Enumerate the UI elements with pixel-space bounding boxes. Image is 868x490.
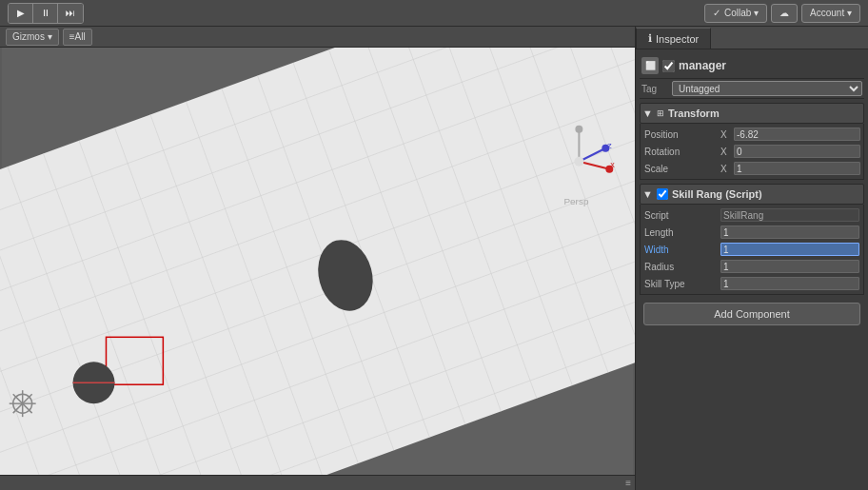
rotation-label: Rotation	[644, 147, 720, 157]
inspector-tab-icon: ℹ	[648, 32, 652, 45]
radius-row: Radius	[641, 258, 863, 275]
script-value-text: SkillRang	[723, 210, 763, 221]
pause-button[interactable]: ⏸	[33, 4, 58, 23]
gizmos-button[interactable]: Gizmos ▾	[6, 29, 59, 46]
all-button[interactable]: ≡All	[63, 29, 92, 46]
scene-bottom-icon: ≡	[625, 478, 631, 488]
skillrang-fields: Script SkillRang Length Width Rad	[640, 205, 864, 295]
transform-icon: ⊞	[657, 108, 664, 118]
length-row: Length	[641, 224, 863, 241]
skillrang-title: Skill Rang (Script)	[672, 188, 762, 200]
top-toolbar: ▶ ⏸ ⏭ ✓ Collab ▾ ☁ Account ▾	[0, 0, 868, 27]
width-row: Width	[641, 241, 863, 258]
inspector-content: ⬜ manager Tag Untagged ▼ ⊞ Transform	[636, 49, 868, 490]
transform-expand-icon: ▼	[642, 108, 653, 119]
length-label: Length	[644, 227, 720, 238]
script-label: Script	[644, 210, 720, 221]
inspector-tab-label: Inspector	[656, 33, 699, 45]
radius-label: Radius	[644, 262, 720, 272]
width-label: Width	[644, 245, 720, 255]
width-input[interactable]	[720, 243, 859, 256]
account-button[interactable]: Account ▾	[801, 4, 860, 23]
position-x-input[interactable]	[734, 127, 860, 141]
inspector-tab[interactable]: ℹ Inspector	[636, 28, 711, 49]
radius-input[interactable]	[720, 260, 859, 273]
tag-select[interactable]: Untagged	[672, 81, 862, 96]
scene-toolbar: Gizmos ▾ ≡All	[0, 27, 635, 48]
play-icon: ▶	[17, 8, 25, 18]
position-label: Position	[644, 129, 720, 140]
skill-type-row: Skill Type	[641, 275, 863, 292]
collab-button[interactable]: ✓ Collab ▾	[704, 4, 767, 23]
scale-label: Scale	[644, 164, 720, 174]
svg-point-49	[574, 157, 583, 167]
object-name: manager	[679, 59, 862, 72]
rotation-x-input[interactable]	[734, 145, 860, 158]
transform-fields: Position X Rotation X Scale X	[640, 124, 864, 180]
add-component-button[interactable]: Add Component	[643, 303, 860, 325]
skillrang-header[interactable]: ▼ Skill Rang (Script)	[640, 184, 864, 205]
skill-type-label: Skill Type	[644, 279, 720, 289]
add-component-label: Add Component	[714, 308, 790, 320]
transform-header[interactable]: ▼ ⊞ Transform	[640, 103, 864, 124]
scene-view: Gizmos ▾ ≡All	[0, 27, 635, 490]
object-active-checkbox[interactable]	[662, 60, 675, 72]
svg-text:Persp: Persp	[563, 196, 588, 206]
scale-x-input[interactable]	[734, 162, 860, 175]
check-icon: ✓	[713, 8, 720, 18]
scene-svg: x z Persp	[0, 48, 635, 475]
scale-row: Scale X	[641, 160, 863, 177]
script-row: Script SkillRang	[641, 206, 863, 224]
play-button[interactable]: ▶	[9, 4, 33, 23]
transform-title: Transform	[668, 108, 720, 119]
object-header: ⬜ manager	[640, 53, 864, 79]
svg-text:x: x	[610, 160, 615, 169]
svg-point-46	[575, 126, 582, 133]
skillrang-active-checkbox[interactable]	[657, 188, 668, 200]
rotation-x-axis: X	[720, 147, 734, 157]
length-input[interactable]	[720, 225, 859, 239]
scene-bottom-bar: ≡	[0, 475, 635, 490]
position-x-axis: X	[720, 129, 734, 140]
scene-canvas[interactable]: x z Persp	[0, 48, 635, 475]
main-area: Gizmos ▾ ≡All	[0, 27, 868, 490]
playback-controls: ▶ ⏸ ⏭	[8, 3, 84, 24]
position-row: Position X	[641, 126, 863, 143]
step-icon: ⏭	[66, 8, 75, 18]
all-label: ≡All	[69, 31, 86, 42]
inspector-panel: ℹ Inspector ⬜ manager Tag Untagged	[635, 27, 868, 490]
step-button[interactable]: ⏭	[58, 4, 83, 23]
scale-x-axis: X	[720, 164, 734, 174]
script-value: SkillRang	[720, 208, 859, 222]
pause-icon: ⏸	[41, 8, 50, 18]
cloud-icon: ☁	[779, 8, 789, 18]
svg-text:z: z	[607, 141, 612, 150]
collab-label: Collab ▾	[724, 8, 759, 18]
gizmos-label: Gizmos ▾	[12, 31, 52, 42]
tag-label: Tag	[641, 84, 668, 94]
tag-row: Tag Untagged	[640, 79, 864, 99]
account-label: Account ▾	[810, 8, 852, 18]
skillrang-expand-icon: ▼	[642, 188, 653, 200]
object-icon: ⬜	[641, 57, 659, 74]
rotation-row: Rotation X	[641, 143, 863, 160]
cloud-button[interactable]: ☁	[771, 4, 798, 23]
inspector-tabs: ℹ Inspector	[636, 27, 868, 49]
skill-type-input[interactable]	[720, 277, 859, 290]
